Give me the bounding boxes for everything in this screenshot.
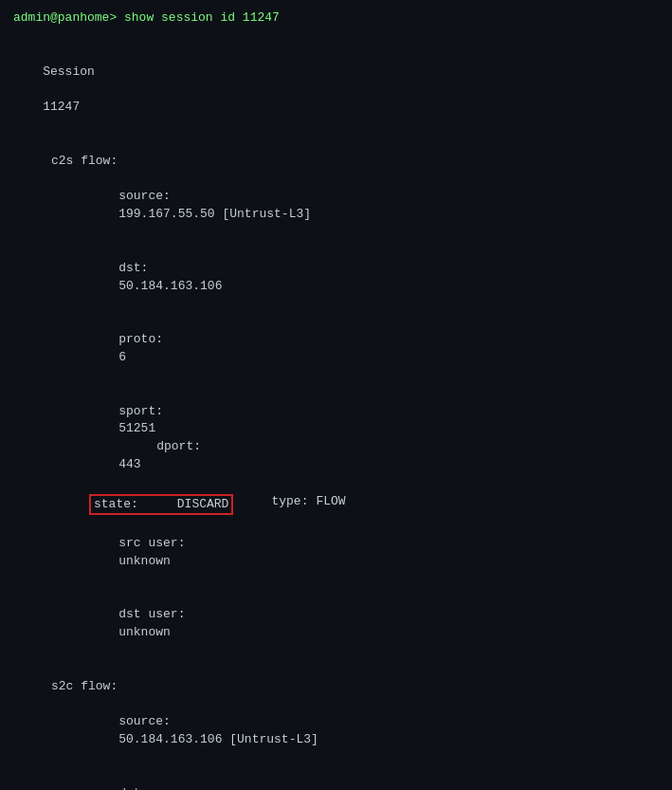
blank-line [13,28,659,46]
c2s-type-val: FLOW [308,494,345,515]
s2c-source-label: source: [118,713,194,731]
command-prompt: admin@panhome> show session id 11247 [13,9,659,28]
c2s-dst-label: dst: [118,260,194,278]
session-id-line: Session 11247 [13,46,659,135]
s2c-flow-header: s2c flow: [13,678,659,696]
c2s-sport-label: sport: [118,403,194,421]
c2s-state-row: state: DISCARD type: FLOW [13,494,659,515]
c2s-dstuser-label: dst user: [118,606,194,624]
c2s-state-val: DISCARD [177,497,229,511]
session-label: Session [43,64,95,79]
blank-line3 [13,660,659,678]
c2s-proto-val: 6 [118,350,126,364]
terminal: admin@panhome> show session id 11247 Ses… [13,9,659,790]
c2s-flow-header: c2s flow: [13,153,659,171]
c2s-source-line: source: 199.167.55.50 [Untrust-L3] [13,171,659,242]
c2s-state-box: state: DISCARD [89,494,233,515]
c2s-srcuser-val: unknown [118,554,171,568]
c2s-type-label: type: [233,494,308,515]
c2s-dstuser-val: unknown [118,625,171,639]
c2s-srcuser-label: src user: [118,535,194,553]
blank-line2 [13,135,659,153]
session-id-value: 11247 [43,100,80,114]
c2s-proto-line: proto: 6 [13,313,659,384]
c2s-dst-val: 50.184.163.106 [118,279,222,293]
c2s-dport-val: 443 [118,457,140,471]
s2c-dst-label: dst: [118,785,194,790]
s2c-source-val: 50.184.163.106 [Untrust-L3] [118,732,318,746]
c2s-sport-line: sport: 51251 dport: 443 [13,385,659,492]
c2s-source-val: 199.167.55.50 [Untrust-L3] [118,207,311,221]
c2s-proto-label: proto: [118,331,194,349]
c2s-dport-label: dport: [118,438,194,456]
c2s-dst-line: dst: 50.184.163.106 [13,242,659,313]
s2c-source-line: source: 50.184.163.106 [Untrust-L3] [13,695,659,766]
c2s-sport-val: 51251 [118,421,155,435]
s2c-dst-line: dst: 199.167.55.50 [13,767,659,790]
c2s-dstuser-line: dst user: unknown [13,588,659,659]
c2s-source-label: source: [118,188,194,206]
c2s-state-label: state: [94,496,170,513]
c2s-srcuser-line: src user: unknown [13,517,659,588]
